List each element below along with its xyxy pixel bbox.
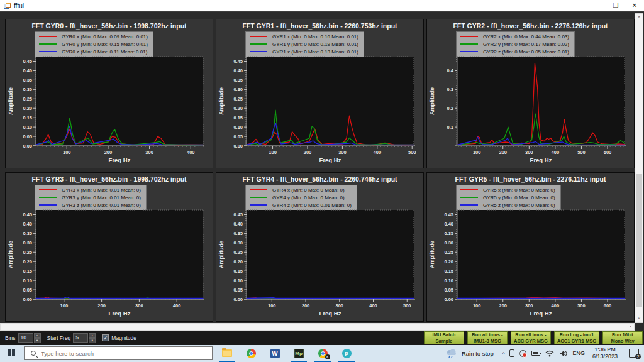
taskbar-search[interactable] (24, 346, 213, 360)
word-button[interactable]: W (263, 344, 287, 362)
svg-text:0.20: 0.20 (233, 259, 243, 265)
bins-value[interactable]: 10 (18, 333, 33, 343)
scroll-right-icon[interactable]: › (626, 324, 634, 330)
weather-widget[interactable]: Rain to stop (445, 348, 494, 358)
svg-text:0.40: 0.40 (444, 221, 453, 227)
start-freq-down-icon[interactable]: ▼ (89, 338, 96, 343)
close-button[interactable]: ✕ (625, 0, 644, 11)
fft-panel-gyr4: FFT GYR4 - fft_hover_56hz.bin - 2260.746… (216, 172, 424, 322)
run-all-imus-accgyr-button[interactable]: Run all imus - ACC GYR MSG (511, 331, 551, 344)
bins-down-icon[interactable]: ▼ (34, 338, 41, 343)
mp-app-button[interactable]: Mp (287, 344, 311, 362)
legend-line-swatch (460, 204, 478, 206)
legend-item: GYR1 x (Min: 0 Max: 0.16 Mean: 0.01) (250, 33, 358, 40)
legend-label: GYR2 x (Min: 0 Max: 0.44 Mean: 0.03) (483, 34, 569, 40)
svg-text:0.30: 0.30 (444, 240, 453, 246)
start-button[interactable] (0, 344, 24, 362)
cloud-app-button[interactable]: p (335, 344, 358, 362)
search-input[interactable] (41, 350, 192, 357)
scroll-up-icon[interactable]: ˄ (635, 14, 643, 21)
legend-item: GYR3 x (Min: 0 Max: 0.01 Mean: 0) (39, 186, 141, 194)
legend-line-swatch (460, 189, 478, 190)
svg-text:0.45: 0.45 (444, 212, 453, 217)
wifi-icon[interactable] (545, 350, 554, 357)
sync-alert-icon[interactable] (519, 350, 526, 357)
svg-text:0.10: 0.10 (23, 278, 32, 283)
svg-text:400: 400 (374, 150, 382, 155)
clock[interactable]: 1:36 PM 6/13/2023 (592, 346, 618, 361)
fft-panel-gyr1: FFT GYR1 - fft_hover_56hz.bin - 2260.753… (216, 19, 424, 168)
svg-text:0.30: 0.30 (233, 87, 243, 92)
legend-item: GYR1 y (Min: 0 Max: 0.19 Mean: 0.01) (250, 40, 358, 48)
svg-text:0.25: 0.25 (23, 250, 32, 255)
legend-line-swatch (39, 36, 57, 37)
svg-text:400: 400 (173, 303, 181, 309)
legend-line-swatch (39, 51, 57, 52)
word-icon: W (270, 349, 280, 358)
plot-canvas: 0.000.050.100.150.200.250.300.350.400.45… (6, 54, 213, 167)
legend-label: GYR3 y (Min: 0 Max: 0.01 Mean: 0) (62, 195, 141, 200)
vertical-scrollbar[interactable]: ˄ ˅ (635, 13, 643, 323)
svg-text:0.00: 0.00 (444, 297, 453, 302)
legend-label: GYR5 y (Min: 0 Max: 0 Mean: 0) (483, 195, 555, 200)
restore-button[interactable]: ❐ (606, 0, 625, 11)
legend-line-swatch (460, 43, 478, 45)
svg-text:300: 300 (525, 150, 533, 155)
scroll-down-icon[interactable]: ˅ (635, 315, 643, 322)
x-axis-label: Freq Hz (530, 156, 552, 163)
svg-text:0.20: 0.20 (23, 259, 32, 265)
tray-chevron-icon[interactable]: ^ (502, 351, 505, 356)
settings-toolbar: Bins 10 ▲▼ Start Freq 5 ▲▼ ✓ Magnitude I… (0, 331, 644, 345)
file-explorer-button[interactable] (215, 344, 239, 362)
legend-label: GYR0 x (Min: 0 Max: 0.09 Mean: 0.01) (62, 34, 148, 40)
rain-cloud-icon (445, 348, 458, 358)
svg-text:0.00: 0.00 (23, 143, 32, 149)
start-freq-up-icon[interactable]: ▲ (89, 333, 96, 338)
x-axis-label: Freq Hz (319, 156, 341, 163)
your-phone-icon[interactable] (509, 349, 514, 357)
volume-icon[interactable] (559, 350, 567, 357)
chrome-button[interactable] (239, 344, 263, 362)
run-16bit-wav-button[interactable]: Run 16bit Mono Wav (602, 331, 643, 344)
svg-text:0.10: 0.10 (233, 124, 243, 130)
notification-center-icon[interactable]: 2 (629, 349, 639, 358)
plot-canvas: 0.10.20.30.4100200300400500600AmplitudeF… (427, 54, 634, 167)
battery-icon[interactable] (531, 351, 540, 356)
legend-line-swatch (460, 36, 478, 37)
magnitude-checkbox[interactable]: ✓ (102, 334, 109, 341)
start-freq-stepper[interactable]: 5 ▲▼ (73, 333, 96, 343)
bins-up-icon[interactable]: ▲ (34, 333, 41, 338)
y-axis-label: Amplitude (429, 241, 435, 268)
svg-text:0.30: 0.30 (233, 240, 243, 246)
svg-text:0.2: 0.2 (447, 106, 453, 111)
minimize-button[interactable]: – (587, 0, 606, 11)
run-log-imu1-button[interactable]: Run Log - imu1 ACC1 GYR1 MSG (554, 331, 599, 344)
svg-text:300: 300 (525, 303, 533, 309)
plot-title: FFT GYR3 - fft_hover_56hz.bin - 1998.702… (6, 175, 213, 183)
svg-text:100: 100 (473, 303, 481, 309)
cloud-app-icon: p (342, 349, 352, 358)
svg-text:0.00: 0.00 (233, 143, 243, 149)
vertical-scroll-thumb[interactable] (636, 174, 642, 307)
run-all-imus-imu13-button[interactable]: Run all imus - IMU1-3 MSG (467, 331, 508, 344)
plot-title: FFT GYR1 - fft_hover_56hz.bin - 2260.753… (216, 22, 423, 30)
svg-text:0.35: 0.35 (233, 231, 243, 236)
svg-text:0.40: 0.40 (233, 221, 243, 227)
svg-text:0.40: 0.40 (23, 68, 32, 74)
language-indicator[interactable]: ENG (572, 350, 585, 356)
legend-item: GYR0 x (Min: 0 Max: 0.09 Mean: 0.01) (39, 33, 148, 40)
plot-title: FFT GYR0 - fft_hover_56hz.bin - 1998.702… (6, 22, 213, 30)
start-freq-value[interactable]: 5 (73, 333, 88, 343)
svg-text:0.05: 0.05 (233, 134, 243, 140)
bins-stepper[interactable]: 10 ▲▼ (18, 333, 41, 343)
file-explorer-icon (222, 349, 232, 357)
imu-batch-sample-button[interactable]: IMU Batch Sample (424, 331, 464, 344)
legend-item: GYR3 y (Min: 0 Max: 0.01 Mean: 0) (39, 194, 141, 201)
svg-text:0.35: 0.35 (23, 231, 32, 236)
legend-line-swatch (460, 197, 478, 198)
chrome-profile-button[interactable]: K (311, 344, 335, 362)
fft-panel-gyr0: FFT GYR0 - fft_hover_56hz.bin - 1998.702… (5, 19, 213, 168)
legend-line-swatch (250, 204, 267, 206)
horizontal-scrollbar[interactable]: › (0, 323, 635, 331)
plot-legend: GYR2 x (Min: 0 Max: 0.44 Mean: 0.03)GYR2… (456, 31, 575, 57)
